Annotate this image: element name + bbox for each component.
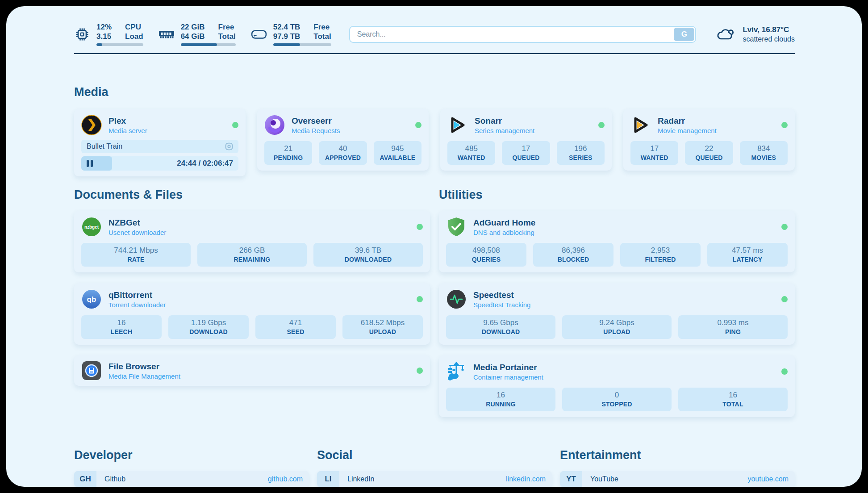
app-subtitle: Usenet downloader bbox=[108, 228, 166, 237]
app-card-qbittorrent[interactable]: qbqBittorrentTorrent downloader16LEECH1.… bbox=[74, 283, 430, 345]
google-search-button[interactable]: G bbox=[674, 28, 694, 41]
stat-tile-value: 2,953 bbox=[622, 246, 699, 255]
stat-tile-value: 22 bbox=[687, 144, 731, 154]
stat-tile-downloaded: 39.6 TBDOWNLOADED bbox=[313, 243, 423, 267]
now-playing-widget-icon[interactable] bbox=[224, 142, 234, 151]
header-divider bbox=[74, 53, 795, 54]
stat-progress-fill bbox=[181, 43, 217, 46]
header: 12%3.15CPULoad22 GiB64 GiBFreeTotal52.4 … bbox=[74, 22, 795, 46]
status-dot-online bbox=[781, 368, 788, 375]
stat-tile-total: 16TOTAL bbox=[678, 388, 788, 411]
stat-tile-label: UPLOAD bbox=[344, 328, 421, 336]
stat-tile-label: UPLOAD bbox=[564, 328, 670, 336]
now-playing-row: Bullet Train bbox=[81, 140, 238, 153]
stat-tile-label: QUEUED bbox=[687, 154, 731, 162]
app-card-adguard-home[interactable]: AdGuard HomeDNS and adblocking498,508QUE… bbox=[439, 211, 795, 272]
app-subtitle: Media File Management bbox=[108, 372, 180, 380]
search-input[interactable] bbox=[349, 26, 697, 43]
stat-tile-label: PING bbox=[680, 328, 786, 336]
stat-tile-label: TOTAL bbox=[680, 400, 786, 408]
stat-tile-label: RUNNING bbox=[448, 400, 554, 408]
stat-tile-value: 0 bbox=[564, 390, 670, 400]
portainer-icon bbox=[446, 361, 467, 382]
app-title: File Browser bbox=[108, 361, 180, 372]
speedtest-icon bbox=[446, 289, 467, 309]
documents-column: Documents & Files nzbgetNZBGetUsenet dow… bbox=[74, 188, 430, 428]
app-card-sonarr[interactable]: SonarrSeries management485WANTED17QUEUED… bbox=[440, 109, 612, 171]
stat-values: 52.4 TB97.9 TB bbox=[273, 22, 300, 41]
stat-tile-stopped: 0STOPPED bbox=[562, 388, 672, 411]
ram-icon bbox=[159, 26, 175, 42]
stat-tile-label: FILTERED bbox=[622, 255, 699, 263]
link-row-youtube[interactable]: YTYouTubeyoutube.com bbox=[560, 471, 795, 487]
link-row-github[interactable]: GHGithubgithub.com bbox=[74, 471, 309, 487]
stat-tile-label: QUEUED bbox=[504, 154, 548, 162]
status-dot-online bbox=[781, 296, 788, 302]
app-card-media-portainer[interactable]: Media PortainerContainer management16RUN… bbox=[439, 355, 795, 417]
status-dot-online bbox=[417, 224, 423, 230]
app-card-file-browser[interactable]: File BrowserMedia File Management bbox=[74, 355, 430, 386]
weather-condition: scattered clouds bbox=[743, 35, 795, 44]
stat-tile-label: MOVIES bbox=[742, 154, 786, 162]
links-column-entertainment: EntertainmentYTYouTubeyoutube.comNFNetfl… bbox=[560, 448, 795, 487]
utilities-column: Utilities AdGuard HomeDNS and adblocking… bbox=[439, 188, 795, 428]
stat-tile-value: 47.57 ms bbox=[709, 246, 786, 255]
stat-tile-value: 39.6 TB bbox=[315, 246, 421, 255]
stat-value-line1: 12% bbox=[96, 22, 112, 32]
stat-tile-value: 196 bbox=[559, 144, 603, 154]
stat-tile-download: 1.19 GbpsDOWNLOAD bbox=[168, 315, 249, 339]
app-subtitle: Media server bbox=[108, 126, 147, 135]
stat-value-line1: 52.4 TB bbox=[273, 22, 300, 32]
status-dot-online bbox=[417, 368, 423, 374]
status-dot-online bbox=[415, 122, 421, 128]
status-dot-online bbox=[232, 122, 238, 128]
link-row-linkedin[interactable]: LILinkedInlinkedin.com bbox=[317, 471, 552, 487]
search-bar: G bbox=[349, 26, 697, 43]
stat-values: 12%3.15 bbox=[96, 22, 112, 41]
radarr-icon bbox=[630, 115, 651, 135]
stat-tile-queued: 17QUEUED bbox=[502, 141, 550, 165]
weather-widget: Lviv, 16.87°C scattered clouds bbox=[716, 25, 795, 44]
stat-tile-label: RATE bbox=[83, 255, 189, 263]
stat-tile-seed: 471SEED bbox=[255, 315, 336, 339]
link-name: LinkedIn bbox=[347, 475, 375, 483]
stat-tile-rate: 744.21 MbpsRATE bbox=[81, 243, 191, 267]
section-title-media: Media bbox=[74, 85, 795, 99]
app-title: Speedtest bbox=[473, 290, 530, 301]
stat-tile-value: 834 bbox=[742, 144, 786, 154]
app-title: NZBGet bbox=[108, 217, 166, 228]
app-subtitle: DNS and adblocking bbox=[473, 228, 535, 237]
app-subtitle: Media Requests bbox=[292, 126, 340, 135]
app-title: Media Portainer bbox=[473, 362, 543, 373]
app-card-speedtest[interactable]: SpeedtestSpeedtest Tracking9.65 GbpsDOWN… bbox=[439, 283, 795, 345]
stat-tile-label: DOWNLOAD bbox=[448, 328, 554, 336]
stat-tile-approved: 40APPROVED bbox=[319, 141, 367, 165]
stat-tile-label: QUERIES bbox=[448, 255, 525, 263]
link-name: YouTube bbox=[590, 475, 618, 483]
stat-label-line1: CPU bbox=[125, 22, 143, 32]
now-playing-progress-bar: 24:44 / 02:06:47 bbox=[81, 156, 238, 171]
stat-tile-ping: 0.993 msPING bbox=[678, 315, 788, 339]
app-card-overseerr[interactable]: OverseerrMedia Requests21PENDING40APPROV… bbox=[257, 109, 429, 171]
stat-tile-label: PENDING bbox=[266, 154, 310, 162]
stat-tile-value: 945 bbox=[376, 144, 420, 154]
stat-label-line1: Free bbox=[218, 22, 236, 32]
app-subtitle: Container management bbox=[473, 373, 543, 381]
app-card-nzbget[interactable]: nzbgetNZBGetUsenet downloader744.21 Mbps… bbox=[74, 211, 430, 272]
stat-tile-upload: 9.24 GbpsUPLOAD bbox=[562, 315, 672, 339]
app-card-radarr[interactable]: RadarrMovie management17WANTED22QUEUED83… bbox=[623, 109, 795, 171]
stat-tile-latency: 47.57 msLATENCY bbox=[707, 243, 788, 267]
link-abbr: LI bbox=[317, 471, 339, 487]
stat-label-line2: Total bbox=[218, 32, 236, 41]
svg-text:nzbget: nzbget bbox=[84, 225, 99, 230]
stat-tile-leech: 16LEECH bbox=[81, 315, 162, 339]
app-subtitle: Movie management bbox=[658, 126, 717, 135]
stat-tile-label: SEED bbox=[257, 328, 334, 336]
stat-value-line2: 97.9 TB bbox=[273, 32, 300, 41]
adguard-icon bbox=[446, 217, 467, 237]
app-subtitle: Series management bbox=[475, 126, 534, 135]
stat-tile-remaining: 266 GBREMAINING bbox=[197, 243, 307, 267]
app-card-plex[interactable]: PlexMedia serverBullet Train24:44 / 02:0… bbox=[74, 109, 246, 176]
stat-tile-value: 86,396 bbox=[535, 246, 612, 255]
link-url: github.com bbox=[268, 475, 303, 483]
